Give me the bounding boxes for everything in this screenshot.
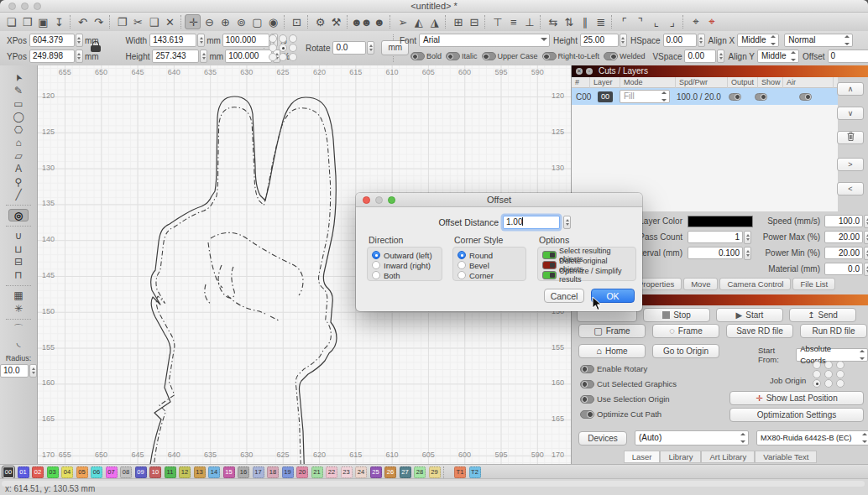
space-horizontal[interactable]: ∥ [576,14,592,29]
anchor-point-1[interactable] [279,34,287,43]
layer-move-down-button[interactable]: ∨ [837,107,864,120]
anchor-point-4[interactable] [279,44,287,52]
palette-swatch-18[interactable]: 18 [267,466,279,478]
ellipse-tool[interactable]: ◯ [8,111,29,123]
group[interactable]: ⊞ [449,14,465,29]
vspace-input[interactable]: 0.00 [684,50,716,63]
redo[interactable]: ↷ [90,14,106,29]
delete[interactable]: ✕ [161,14,177,29]
mirror-vertical[interactable]: ◮ [426,14,442,29]
layer-panel-collapse-button[interactable]: < [837,182,864,195]
palette-swatch-04[interactable]: 04 [61,466,73,478]
palette-swatch-T2[interactable]: T2 [469,466,481,478]
dialog-minimize-button[interactable] [375,196,383,204]
palette-swatch-25[interactable]: 25 [370,466,382,478]
cut[interactable]: ✂ [129,14,145,29]
grid-array-tool[interactable]: ▦ [8,289,29,302]
move-to-laser-position[interactable]: ⌖ [703,14,719,29]
camera[interactable]: ◉ [264,14,280,29]
xpos-input[interactable]: 604.379 [29,34,75,47]
cancel-button[interactable]: Cancel [544,289,584,303]
upper-case-toggle[interactable]: Upper Case [482,52,542,60]
optimize-simplify-results-toggle[interactable]: Optimize / Simplify results [542,270,631,280]
dock-tab-art-library[interactable]: Art Library [701,451,755,463]
dock-tab-library[interactable]: Library [660,451,701,463]
palette-swatch-T1[interactable]: T1 [454,466,466,478]
job-origin-point-1[interactable] [824,361,833,369]
port-select[interactable]: (Auto) [635,430,749,446]
show-last-position-button[interactable]: ✛Show Last Position [729,391,864,405]
dock-tab-laser[interactable]: Laser [624,451,661,463]
anchor-point-2[interactable] [289,34,297,43]
save-rd-file-button[interactable]: Save RD file [726,324,793,338]
window-close-button[interactable] [8,3,16,10]
palette-swatch-13[interactable]: 13 [194,466,206,478]
zoom-in[interactable]: ⊕ [217,14,233,29]
panel-float-icon[interactable]: ◦ [586,68,593,75]
layer-move-up-button[interactable]: ∧ [837,82,864,96]
round-corner-tool[interactable]: ◟ [8,336,29,348]
palette-swatch-26[interactable]: 26 [384,466,396,478]
fillet-tool[interactable]: ⌒ [8,323,29,336]
devices-button[interactable]: Devices [578,431,627,446]
palette-swatch-03[interactable]: 03 [47,466,59,478]
optimization-settings-button[interactable]: Optimization Settings [729,408,864,422]
radio-both[interactable]: Both [372,270,437,280]
power-max-stepper[interactable] [864,231,868,244]
horizontal-scrollbar[interactable] [2,481,865,487]
dock-tab-variable-text[interactable]: Variable Text [755,451,817,463]
position-tool[interactable]: ⚲ [8,175,29,188]
job-origin-point-3[interactable] [813,370,821,378]
rotate-stepper[interactable] [367,41,374,55]
palette-swatch-28[interactable]: 28 [414,466,426,478]
vspace-stepper[interactable] [717,50,724,63]
radio-corner[interactable]: Corner [458,270,521,280]
job-origin-point-8[interactable] [836,379,844,388]
layer-delete-button[interactable] [837,131,864,144]
frame-selection[interactable]: ▢ [248,14,264,29]
radius-input[interactable]: 10.0 [0,364,29,378]
radio-inward-right-[interactable]: Inward (right) [372,260,437,270]
move-lower-left[interactable]: ⌞ [647,14,663,29]
interval-input[interactable]: 0.100 [688,247,743,259]
palette-swatch-24[interactable]: 24 [355,466,367,478]
rotate-input[interactable]: 0.0 [332,41,366,55]
pass-count-stepper[interactable] [744,231,751,244]
distribute-vertical[interactable]: ⇅ [560,14,576,29]
speed-input[interactable]: 100.0 [824,215,863,227]
align-top[interactable]: ⊤ [489,14,505,29]
paste[interactable]: ❑ [145,14,161,29]
layer-air-toggle[interactable] [799,93,812,101]
height-percent-input[interactable]: 100.000 [225,50,272,63]
offset-distance-input[interactable]: 1.00 [503,216,560,229]
window-zoom-button[interactable] [34,3,41,10]
palette-swatch-12[interactable]: 12 [179,466,191,478]
welded-toggle[interactable]: Welded [604,52,649,60]
palette-swatch-27[interactable]: 27 [400,466,411,478]
font-select[interactable]: Arial [419,34,550,47]
dialog-close-button[interactable] [363,196,370,204]
start-from-select[interactable]: Absolute Coords [796,348,868,362]
palette-swatch-11[interactable]: 11 [165,466,176,478]
power-max-input[interactable]: 20.00 [824,231,863,243]
job-origin-point-7[interactable] [824,379,833,388]
palette-swatch-14[interactable]: 14 [208,466,220,478]
go-to-origin-button[interactable]: Go to Origin [652,344,719,358]
anchor-point-5[interactable] [289,44,297,52]
align-x-select[interactable]: Middle [737,34,779,47]
settings[interactable]: ⚙ [311,14,327,29]
align-y-select[interactable]: Middle [757,50,799,63]
radio-round[interactable]: Round [458,250,521,260]
save-file[interactable]: ▣ [34,14,50,29]
layer-show-toggle[interactable] [755,93,767,101]
layer-color-badge[interactable]: 00 [598,91,613,102]
tab-move[interactable]: Move [683,278,718,290]
run-rd-file-button[interactable]: Run RD file [800,324,867,338]
hspace-input[interactable]: 0.00 [663,34,697,47]
height-stepper[interactable] [200,50,207,63]
palette-swatch-21[interactable]: 21 [311,466,323,478]
palette-swatch-22[interactable]: 22 [326,466,337,478]
move-lower-right[interactable]: ⌟ [663,14,679,29]
multi-user[interactable]: ☻☻ [351,14,370,29]
send-button[interactable]: ↥Send [789,308,856,322]
